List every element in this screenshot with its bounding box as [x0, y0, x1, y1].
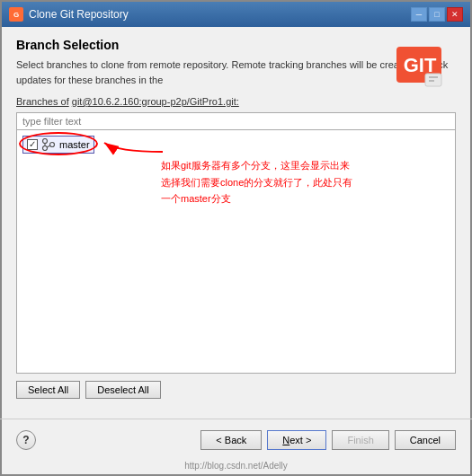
- svg-point-7: [43, 139, 48, 144]
- maximize-button[interactable]: □: [429, 7, 445, 22]
- branch-name-master: master: [59, 139, 90, 150]
- branch-item-master[interactable]: ✓ master: [22, 136, 94, 154]
- annotation-text: 如果git服务器有多个分支，这里会显示出来 选择我们需要clone的分支就行了，…: [161, 157, 352, 207]
- watermark: http://blog.csdn.net/Adelly: [2, 459, 470, 474]
- branch-checkbox-master[interactable]: ✓: [27, 139, 38, 150]
- next-button[interactable]: Next >: [267, 430, 326, 450]
- nav-buttons: < Back Next > Finish Cancel: [200, 430, 456, 450]
- select-buttons-area: Select All Deselect All: [16, 381, 456, 399]
- bottom-left: ?: [16, 430, 36, 450]
- branch-list: ✓ master: [16, 130, 456, 374]
- select-all-button[interactable]: Select All: [16, 381, 80, 399]
- svg-text:GIT: GIT: [404, 54, 437, 76]
- back-button[interactable]: < Back: [200, 430, 262, 450]
- svg-point-8: [43, 146, 48, 151]
- branch-icon: [41, 138, 56, 151]
- repo-label: Branches of git@10.6.2.160:group-p2p/Git…: [16, 96, 456, 107]
- close-button[interactable]: ✕: [447, 7, 463, 22]
- help-button[interactable]: ?: [16, 430, 36, 450]
- checkmark-icon: ✓: [29, 140, 36, 149]
- red-arrow-annotation: [100, 134, 172, 170]
- repo-url: git@10.6.2.160:group-p2p/GitPro1.git:: [72, 96, 239, 107]
- description-text: Select branches to clone from remote rep…: [16, 57, 456, 87]
- bottom-bar: ? < Back Next > Finish Cancel: [2, 423, 470, 459]
- title-bar-left: G Clone Git Repository: [9, 7, 129, 22]
- cancel-button[interactable]: Cancel: [395, 430, 456, 450]
- repo-label-prefix: Branches of: [16, 96, 69, 107]
- deselect-all-button[interactable]: Deselect All: [85, 381, 160, 399]
- window-icon: G: [9, 7, 23, 22]
- minimize-button[interactable]: ─: [411, 7, 427, 22]
- clone-git-repository-window: G Clone Git Repository ─ □ ✕ GIT: [0, 0, 472, 476]
- filter-input[interactable]: [16, 112, 456, 130]
- title-controls: ─ □ ✕: [411, 7, 463, 22]
- title-bar: G Clone Git Repository ─ □ ✕: [2, 2, 470, 27]
- finish-button[interactable]: Finish: [332, 430, 388, 450]
- svg-point-9: [50, 143, 55, 147]
- bottom-divider: [0, 419, 472, 419]
- section-title: Branch Selection: [16, 38, 456, 52]
- svg-rect-4: [425, 74, 441, 86]
- git-logo: GIT: [395, 45, 445, 90]
- svg-line-11: [47, 145, 50, 147]
- main-content: GIT Branch Selection Select branches to …: [2, 27, 470, 415]
- svg-text:G: G: [13, 11, 19, 19]
- window-title: Clone Git Repository: [29, 8, 129, 21]
